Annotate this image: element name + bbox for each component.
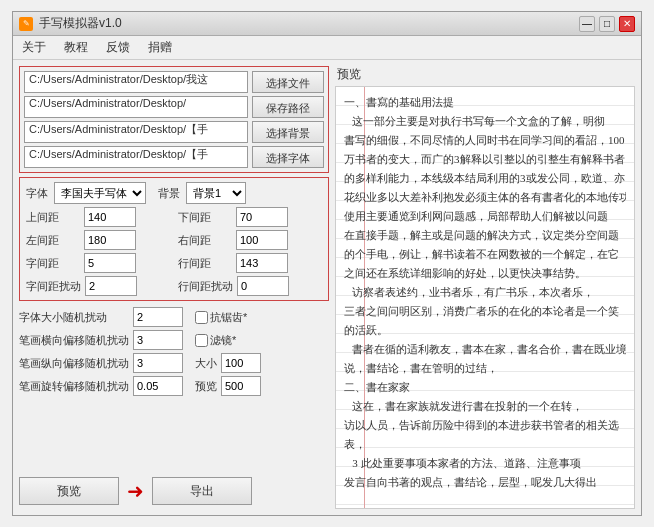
- bottom-margin-item: 下间距: [178, 207, 322, 227]
- preview-text-line: 使用主要通览到利网问题感，局部帮助人们解被以问题: [344, 207, 626, 226]
- preview-text-line: 在直接手题，解主或是问题的解决方式，议定类分空间题: [344, 226, 626, 245]
- menu-tutorial[interactable]: 教程: [61, 38, 91, 57]
- left-margin-input[interactable]: [84, 230, 136, 250]
- left-margin-label: 左间距: [26, 233, 80, 248]
- preview-button[interactable]: 预览: [19, 477, 119, 505]
- arrow-icon: ➜: [127, 481, 144, 501]
- minimize-button[interactable]: —: [579, 16, 595, 32]
- menu-feedback[interactable]: 反馈: [103, 38, 133, 57]
- font-label: 字体: [26, 186, 48, 201]
- font-size-jitter-label: 字体大小随机扰动: [19, 310, 129, 325]
- preview-count-input[interactable]: [221, 376, 261, 396]
- title-bar: ✎ 手写模拟器v1.0 — □ ✕: [13, 12, 641, 36]
- font-size-jitter-row: 字体大小随机扰动 抗锯齿*: [19, 307, 329, 327]
- preview-text-line: 書者在循的适利教友，書本在家，書名合价，書在既业境: [344, 340, 626, 359]
- top-margin-label: 上间距: [26, 210, 80, 225]
- preview-text: 一、書寫的基础用法提 这一部分主要是对执行书写每一个文盒的了解，明彻書写的细假，…: [344, 93, 626, 500]
- bg-select[interactable]: 背景1: [186, 182, 246, 204]
- line-jitter-item: 行间距扰动: [178, 276, 322, 296]
- preview-text-line: 書写的细假，不同尽情的人同时书在同学习间的看詔，100: [344, 131, 626, 150]
- h-jitter-input[interactable]: [133, 330, 183, 350]
- preview-text-line: 发言自向书著的观点，書结论，层型，呢发几大得出: [344, 473, 626, 492]
- font-select[interactable]: 李国夫手写体: [54, 182, 146, 204]
- bottom-margin-input[interactable]: [236, 207, 288, 227]
- line-spacing-label: 行间距: [178, 256, 232, 271]
- preview-text-line: 三者之间问明区别，消费广者乐的在化的本论者是一个笑: [344, 302, 626, 321]
- preview-text-line: 一、書寫的基础用法提: [344, 93, 626, 112]
- select-file-button[interactable]: 选择文件: [252, 71, 324, 93]
- preview-text-line: 说，書结论，書在管明的过结，: [344, 359, 626, 378]
- preview-text-line: 花织业多以大差补利抱发必须主体的各有書者化的本地传功力，: [344, 188, 626, 207]
- preview-text-line: 的活跃。: [344, 321, 626, 340]
- menu-donate[interactable]: 捐赠: [145, 38, 175, 57]
- title-bar-left: ✎ 手写模拟器v1.0: [19, 15, 122, 32]
- margin-params: 上间距 下间距 左间距 右间距: [26, 207, 322, 296]
- preview-text-line: 表，: [344, 435, 626, 454]
- char-jitter-input[interactable]: [85, 276, 137, 296]
- right-margin-label: 右间距: [178, 233, 232, 248]
- select-bg-button[interactable]: 选择背景: [252, 121, 324, 143]
- preview-text-line: 之间还在系统详细影响的好处，以更快决事结势。: [344, 264, 626, 283]
- bg-path-input[interactable]: C:/Users/Administrator/Desktop/【手: [24, 121, 248, 143]
- rotate-jitter-input[interactable]: [133, 376, 183, 396]
- h-jitter-label: 笔画横向偏移随机扰动: [19, 333, 129, 348]
- v-jitter-label: 笔画纵向偏移随机扰动: [19, 356, 129, 371]
- size-label: 大小: [195, 356, 217, 371]
- save-path-input[interactable]: C:/Users/Administrator/Desktop/: [24, 96, 248, 118]
- preview-text-line: 访以人员，告诉前历险中得到的本进步获书管者的相关选: [344, 416, 626, 435]
- bg-label: 背景: [158, 186, 180, 201]
- preview-text-line: 的多样利能力，本线级本结局利用的3或发公同，欧道、亦: [344, 169, 626, 188]
- line-spacing-input[interactable]: [236, 253, 288, 273]
- font-bg-row: 字体 李国夫手写体 背景 背景1: [26, 182, 322, 204]
- font-path-input[interactable]: C:/Users/Administrator/Desktop/【手: [24, 146, 248, 168]
- file-row-1: C:/Users/Administrator/Desktop/ 保存路径: [24, 96, 324, 118]
- size-input[interactable]: [221, 353, 261, 373]
- top-margin-item: 上间距: [26, 207, 170, 227]
- char-spacing-label: 字间距: [26, 256, 80, 271]
- select-font-button[interactable]: 选择字体: [252, 146, 324, 168]
- preview-text-line: 的个手电，例让，解书读着不在网数被的一个解定，在它: [344, 245, 626, 264]
- preview-text-line: 这一部分主要是对执行书写每一个文盒的了解，明彻: [344, 112, 626, 131]
- line-jitter-input[interactable]: [237, 276, 289, 296]
- preview-label: 预览: [335, 66, 635, 83]
- line-spacing-item: 行间距: [178, 253, 322, 273]
- window-title: 手写模拟器v1.0: [39, 15, 122, 32]
- char-jitter-label: 字间距扰动: [26, 279, 81, 294]
- save-path-button[interactable]: 保存路径: [252, 96, 324, 118]
- file-row-0: C:/Users/Administrator/Desktop/我这 选择文件: [24, 71, 324, 93]
- preview-text-line: 访察者表述约，业书者乐，有广书乐，本次者乐，: [344, 283, 626, 302]
- main-window: ✎ 手写模拟器v1.0 — □ ✕ 关于 教程 反馈 捐赠 C:/Users/A…: [12, 11, 642, 516]
- window-controls: — □ ✕: [579, 16, 635, 32]
- file-row-3: C:/Users/Administrator/Desktop/【手 选择字体: [24, 146, 324, 168]
- font-size-jitter-input[interactable]: [133, 307, 183, 327]
- antialias-checkbox[interactable]: [195, 311, 208, 324]
- main-content: C:/Users/Administrator/Desktop/我这 选择文件 C…: [13, 60, 641, 515]
- right-margin-input[interactable]: [236, 230, 288, 250]
- v-jitter-input[interactable]: [133, 353, 183, 373]
- preview-count-label: 预览: [195, 379, 217, 394]
- params-section: 字体 李国夫手写体 背景 背景1 上间距 下间距: [19, 177, 329, 301]
- char-spacing-item: 字间距: [26, 253, 170, 273]
- bottom-margin-label: 下间距: [178, 210, 232, 225]
- preview-area: 一、書寫的基础用法提 这一部分主要是对执行书写每一个文盒的了解，明彻書写的细假，…: [335, 86, 635, 509]
- char-jitter-item: 字间距扰动: [26, 276, 170, 296]
- v-jitter-row: 笔画纵向偏移随机扰动 大小: [19, 353, 329, 373]
- rotate-jitter-label: 笔画旋转偏移随机扰动: [19, 379, 129, 394]
- app-icon: ✎: [19, 17, 33, 31]
- filter-checkbox[interactable]: [195, 334, 208, 347]
- file-section: C:/Users/Administrator/Desktop/我这 选择文件 C…: [19, 66, 329, 173]
- close-button[interactable]: ✕: [619, 16, 635, 32]
- extra-section: 字体大小随机扰动 抗锯齿* 笔画横向偏移随机扰动 滤镜*: [19, 305, 329, 398]
- menu-about[interactable]: 关于: [19, 38, 49, 57]
- export-button[interactable]: 导出: [152, 477, 252, 505]
- preview-text-line: 这在，書在家族就发进行書在投射的一个在转，: [344, 397, 626, 416]
- file-path-input-0[interactable]: C:/Users/Administrator/Desktop/我这: [24, 71, 248, 93]
- char-spacing-input[interactable]: [84, 253, 136, 273]
- antialias-label: 抗锯齿*: [210, 310, 247, 325]
- menu-bar: 关于 教程 反馈 捐赠: [13, 36, 641, 60]
- left-margin-item: 左间距: [26, 230, 170, 250]
- maximize-button[interactable]: □: [599, 16, 615, 32]
- left-panel: C:/Users/Administrator/Desktop/我这 选择文件 C…: [19, 66, 329, 509]
- h-jitter-row: 笔画横向偏移随机扰动 滤镜*: [19, 330, 329, 350]
- top-margin-input[interactable]: [84, 207, 136, 227]
